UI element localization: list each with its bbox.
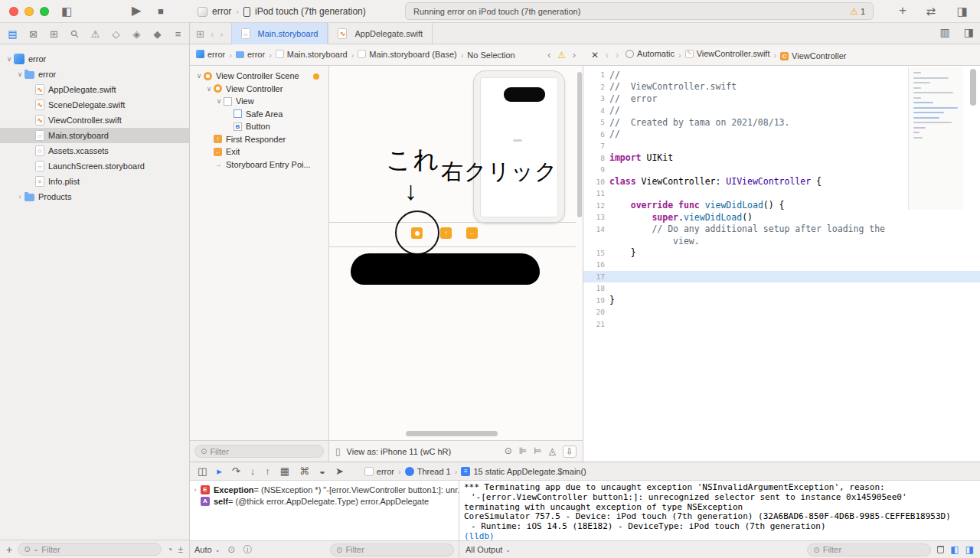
outline-row[interactable]: First Responder [190, 133, 328, 146]
jumpbar-item[interactable]: ViewController [780, 51, 846, 60]
exit-dock-icon[interactable]: ← [466, 227, 478, 239]
info-icon[interactable]: ⓘ [243, 543, 252, 556]
jumpbar-item[interactable]: error [236, 50, 265, 59]
outline-row[interactable]: Button [190, 120, 328, 133]
toggle-inspectors-icon[interactable]: ◨ [957, 4, 968, 19]
jumpbar-item[interactable]: No Selection [467, 51, 514, 60]
disclosure-open-icon[interactable]: ∨ [5, 55, 14, 63]
code-line[interactable]: 18 [583, 282, 980, 295]
source-editor[interactable]: 1//2// ViewController.swift3// error4//5… [583, 66, 980, 462]
console-filter-input[interactable]: ⊙ Filter [807, 543, 931, 556]
continue-icon[interactable]: ▸ [217, 465, 222, 477]
file-row[interactable]: Info.plist [0, 174, 189, 189]
toggle-console-view-icon[interactable]: ◨ [965, 544, 974, 555]
editor-scrollbar[interactable] [970, 69, 976, 106]
warning-icon[interactable]: ⚠ [557, 50, 566, 60]
disclosure-open-icon[interactable]: ∨ [214, 97, 224, 105]
zoom-icon[interactable]: ⊙ [505, 445, 512, 458]
first-responder-dock-icon[interactable]: ↑ [440, 227, 452, 239]
black-button[interactable] [504, 87, 545, 102]
horizontal-scrollbar[interactable] [406, 431, 498, 436]
outline-filter-input[interactable]: ⊙ Filter [194, 445, 324, 458]
disclosure-open-icon[interactable]: ∨ [15, 70, 24, 78]
source-control-status-filter-icon[interactable]: ± [178, 544, 183, 555]
disclosure-open-icon[interactable]: ∨ [204, 85, 214, 93]
flat-view-icon[interactable]: ⊙ [227, 544, 235, 555]
previous-issue-icon[interactable]: ‹ [547, 50, 550, 60]
step-over-icon[interactable]: ↷ [232, 465, 240, 477]
device-preview[interactable] [473, 70, 565, 224]
file-row[interactable]: ›Products [0, 189, 189, 204]
run-button[interactable]: ▶ [132, 3, 141, 18]
scheme-selector[interactable]: error › iPod touch (7th generation) [198, 4, 366, 19]
outline-row[interactable]: Safe Area [190, 108, 328, 121]
file-row[interactable]: SceneDelegate.swift [0, 97, 189, 113]
test-navigator-icon[interactable]: ◇ [109, 28, 122, 40]
clear-console-icon[interactable] [937, 546, 944, 553]
report-navigator-icon[interactable]: ≡ [172, 28, 185, 40]
jumpbar-item[interactable]: error [196, 50, 225, 59]
update-frames-icon[interactable]: ⇩ [563, 445, 577, 458]
code-line[interactable]: 16 [583, 259, 980, 271]
storyboard-canvas[interactable]: ↑ ← これ ↓ 右クリック [329, 66, 583, 440]
black-view-shape[interactable] [351, 253, 540, 285]
disclosure-open-icon[interactable]: ∨ [194, 72, 204, 80]
file-row[interactable]: AppDelegate.swift [0, 82, 189, 97]
toggle-variables-view-icon[interactable]: ◧ [950, 544, 959, 555]
code-review-icon[interactable]: ▥ [940, 26, 950, 38]
memory-graph-icon[interactable]: ⌘ [299, 465, 309, 477]
source-control-navigator-icon[interactable]: ⊠ [27, 28, 40, 40]
file-row[interactable]: Main.storyboard [0, 128, 189, 143]
minimap[interactable] [908, 67, 963, 210]
close-editor-icon[interactable]: ✕ [591, 50, 599, 60]
add-file-icon[interactable]: + [6, 542, 12, 557]
back-chevron-icon[interactable]: ‹ [211, 28, 214, 40]
find-navigator-icon[interactable]: ⚲ [66, 25, 83, 43]
disclosure-closed-icon[interactable]: › [190, 486, 201, 494]
navigator-filter-input[interactable]: ⊙ ⌄ Filter [18, 543, 162, 556]
add-constraints-icon[interactable]: ⊨ [534, 445, 541, 458]
console-scope-dropdown[interactable]: All Output ⌄ [466, 545, 511, 554]
project-navigator-icon[interactable]: ▤ [6, 28, 19, 40]
code-line[interactable]: 19} [583, 295, 980, 307]
debug-navigator-icon[interactable]: ◈ [130, 28, 143, 40]
file-row[interactable]: LaunchScreen.storyboard [0, 158, 189, 174]
warning-count-badge[interactable]: ⚠ 1 [850, 6, 865, 17]
breakpoint-navigator-icon[interactable]: ◆ [151, 28, 164, 40]
outline-row[interactable]: ∨View [190, 95, 328, 108]
file-row[interactable]: ∨error [0, 51, 189, 67]
variables-filter-input[interactable]: ⊙ Filter [330, 543, 454, 556]
code-line[interactable]: 13 super.viewDidLoad() [583, 211, 980, 224]
jumpbar-item[interactable]: Main.storyboard [276, 50, 348, 59]
environment-overrides-icon[interactable]: ◒ [319, 465, 325, 477]
debug-breadcrumb-item[interactable]: error [364, 467, 394, 476]
alignment-icon[interactable]: ⊫ [519, 445, 527, 458]
stop-button[interactable]: ■ [158, 4, 164, 19]
back-chevron-icon[interactable]: ‹ [606, 50, 609, 60]
code-line[interactable]: 20 [583, 306, 980, 318]
jumpbar-item[interactable]: Automatic [626, 49, 675, 58]
vertical-scrollbar[interactable] [577, 72, 582, 217]
outline-scene-header[interactable]: ∨ View Controller Scene [190, 70, 328, 83]
editor-tab-main-storyboard[interactable]: Main.storyboard [231, 23, 328, 44]
close-window-button[interactable] [9, 7, 18, 16]
next-issue-icon[interactable]: › [573, 50, 576, 60]
outline-row[interactable]: Exit [190, 145, 328, 158]
device-configuration-icon[interactable]: ▯ [335, 446, 341, 457]
debug-breadcrumb-item[interactable]: Thread 1 [405, 467, 451, 476]
disclosure-closed-icon[interactable]: › [15, 193, 24, 201]
file-row[interactable]: ∨error [0, 67, 189, 82]
scheme-name[interactable]: error [212, 6, 231, 17]
code-review-arrows-icon[interactable]: ⇄ [926, 4, 936, 19]
issue-navigator-icon[interactable]: ⚠ [89, 28, 102, 40]
file-row[interactable]: Assets.xcassets [0, 143, 189, 158]
device-screen[interactable] [480, 77, 558, 217]
view-as-label[interactable]: View as: iPhone 11 (wC hR) [347, 447, 452, 456]
embed-icon[interactable]: ◬ [549, 445, 556, 458]
toggle-navigator-icon[interactable]: ◧ [61, 4, 72, 19]
code-line[interactable]: view. [583, 235, 980, 247]
file-row[interactable]: ViewController.swift [0, 113, 189, 128]
forward-chevron-icon[interactable]: › [616, 50, 619, 60]
symbol-navigator-icon[interactable]: ⊞ [47, 28, 60, 40]
step-into-icon[interactable]: ↓ [250, 465, 256, 477]
